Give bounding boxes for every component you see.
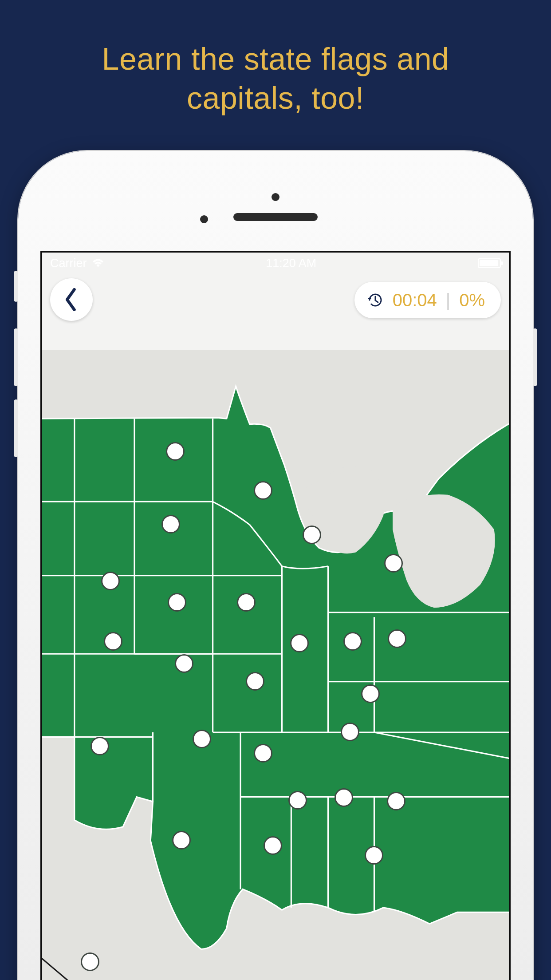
phone-volume-up bbox=[14, 328, 18, 386]
app-screen: Carrier 11:20 AM bbox=[40, 251, 511, 980]
state-dot-ohio[interactable] bbox=[388, 629, 406, 648]
state-dot-wisconsin[interactable] bbox=[303, 526, 321, 544]
history-icon bbox=[367, 292, 384, 308]
state-dot-colorado[interactable] bbox=[104, 632, 122, 651]
timer-value: 00:04 bbox=[393, 290, 437, 310]
phone-power-button bbox=[533, 328, 537, 386]
state-dot-nebraska[interactable] bbox=[168, 593, 186, 612]
phone-speaker bbox=[233, 213, 318, 221]
state-dot-missouri[interactable] bbox=[246, 672, 264, 691]
phone-proximity-sensor bbox=[200, 215, 208, 223]
state-dot-illinois[interactable] bbox=[290, 634, 309, 652]
state-dot-louisiana[interactable] bbox=[264, 836, 282, 855]
phone-side-button bbox=[14, 271, 18, 302]
phone-frame: Carrier 11:20 AM bbox=[18, 151, 533, 980]
phone-camera bbox=[272, 193, 279, 201]
carrier-label: Carrier bbox=[50, 257, 87, 270]
pill-separator: | bbox=[446, 290, 450, 310]
us-landmass[interactable] bbox=[42, 386, 509, 949]
battery-full-icon bbox=[478, 258, 501, 268]
state-dot-north-dakota[interactable] bbox=[166, 442, 185, 461]
state-dot-kentucky[interactable] bbox=[361, 684, 380, 703]
score-value: 0% bbox=[459, 290, 485, 310]
us-map[interactable] bbox=[42, 253, 509, 980]
wifi-icon bbox=[91, 258, 105, 268]
state-dot-kansas[interactable] bbox=[175, 654, 193, 673]
state-dot-texas[interactable] bbox=[172, 831, 191, 850]
headline-line-1: Learn the state flags and bbox=[102, 42, 449, 76]
status-time: 11:20 AM bbox=[266, 257, 316, 270]
state-dot-florida[interactable] bbox=[365, 846, 383, 865]
state-dot-wyoming[interactable] bbox=[101, 572, 120, 590]
state-dot-michigan[interactable] bbox=[384, 554, 403, 573]
state-dot-new-mexico[interactable] bbox=[91, 737, 109, 755]
chevron-left-icon bbox=[64, 288, 79, 311]
phone-volume-down bbox=[14, 399, 18, 457]
state-dot-mississippi[interactable] bbox=[288, 791, 307, 810]
state-dot-minnesota[interactable] bbox=[254, 481, 272, 500]
state-dot-hawaii[interactable] bbox=[81, 952, 99, 971]
state-dot-tennessee[interactable] bbox=[341, 723, 359, 741]
status-bar: Carrier 11:20 AM bbox=[42, 253, 509, 274]
state-dot-iowa[interactable] bbox=[237, 593, 256, 612]
timer-pill[interactable]: 00:04 | 0% bbox=[354, 282, 501, 318]
state-dot-alabama[interactable] bbox=[335, 788, 353, 807]
state-dot-georgia[interactable] bbox=[387, 792, 405, 810]
state-dot-oklahoma[interactable] bbox=[193, 730, 211, 748]
state-dot-indiana[interactable] bbox=[343, 632, 362, 651]
headline-line-2: capitals, too! bbox=[187, 81, 364, 115]
back-button[interactable] bbox=[50, 278, 93, 321]
state-dot-arkansas[interactable] bbox=[254, 744, 272, 763]
state-dot-south-dakota[interactable] bbox=[161, 515, 180, 533]
promo-headline: Learn the state flags and capitals, too! bbox=[0, 40, 551, 118]
